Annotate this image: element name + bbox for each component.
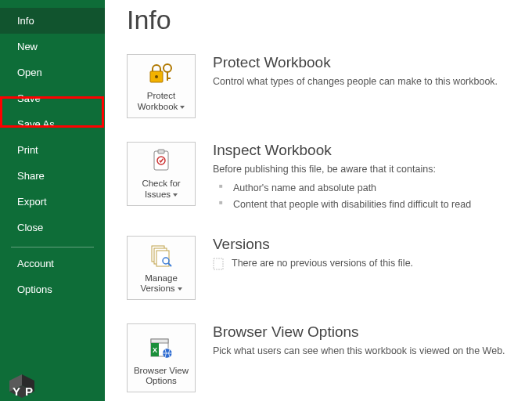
document-stack-magnify-icon bbox=[149, 242, 174, 270]
manage-versions-button[interactable]: Manage Versions bbox=[127, 236, 196, 300]
svg-text:Y: Y bbox=[13, 385, 20, 398]
sidebar-item-open[interactable]: Open bbox=[0, 60, 105, 85]
sidebar-item-label: Save As bbox=[17, 118, 55, 130]
browser-view-options-button[interactable]: X Browser View Options bbox=[127, 323, 196, 392]
section-title: Protect Workbook bbox=[213, 54, 513, 71]
sidebar-item-save[interactable]: Save bbox=[0, 85, 105, 111]
document-dashed-icon bbox=[213, 258, 224, 270]
section-description: Before publishing this file, be aware th… bbox=[213, 162, 513, 177]
svg-rect-4 bbox=[167, 78, 171, 79]
list-item: Content that people with disabilities fi… bbox=[213, 197, 513, 213]
sidebar-item-options[interactable]: Options bbox=[0, 276, 105, 302]
watermark-logo: Y P bbox=[2, 368, 45, 399]
section-inspect-workbook: Check for Issues Inspect Workbook Before… bbox=[127, 142, 513, 212]
backstage-sidebar: Info New Open Save Save As Print Share E… bbox=[0, 0, 105, 401]
sidebar-item-label: Open bbox=[17, 67, 42, 78]
section-browser-view: X Browser View Options Browser View Opti… bbox=[127, 323, 513, 392]
section-protect-workbook: Protect Workbook Protect Workbook Contro… bbox=[127, 54, 513, 118]
sidebar-item-label: Export bbox=[17, 196, 47, 208]
sidebar-item-info[interactable]: Info bbox=[0, 8, 105, 34]
spreadsheet-globe-icon: X bbox=[149, 334, 174, 363]
svg-rect-15 bbox=[151, 339, 168, 343]
button-label: Protect Workbook bbox=[131, 91, 192, 113]
info-page: Info Protect Workbook Protect Workbook C… bbox=[105, 0, 532, 392]
sidebar-item-label: New bbox=[17, 41, 38, 52]
svg-rect-6 bbox=[158, 150, 164, 154]
sidebar-item-print[interactable]: Print bbox=[0, 137, 105, 163]
sidebar-item-share[interactable]: Share bbox=[0, 163, 105, 189]
chevron-down-icon bbox=[180, 106, 185, 109]
document-check-icon bbox=[149, 147, 173, 175]
lock-key-icon bbox=[148, 60, 174, 88]
sidebar-item-label: Info bbox=[17, 15, 34, 27]
sidebar-item-label: Print bbox=[17, 144, 38, 156]
list-item: Author's name and absolute path bbox=[213, 180, 513, 197]
chevron-down-icon bbox=[173, 193, 178, 197]
sidebar-item-account[interactable]: Account bbox=[0, 251, 105, 276]
section-versions: Manage Versions Versions There are no pr… bbox=[127, 236, 513, 300]
section-title: Inspect Workbook bbox=[213, 142, 513, 159]
svg-rect-13 bbox=[214, 258, 223, 269]
chevron-down-icon bbox=[178, 287, 182, 291]
issues-list: Author's name and absolute path Content … bbox=[213, 180, 513, 213]
sidebar-item-save-as[interactable]: Save As bbox=[0, 111, 105, 137]
button-label: Manage Versions bbox=[131, 273, 192, 295]
svg-point-1 bbox=[155, 75, 158, 78]
section-description: Pick what users can see when this workbo… bbox=[213, 344, 513, 359]
section-description: Control what types of changes people can… bbox=[213, 74, 513, 89]
sidebar-item-new[interactable]: New bbox=[0, 34, 105, 60]
sidebar-item-label: Account bbox=[17, 258, 54, 269]
sidebar-separator bbox=[11, 247, 94, 247]
svg-text:X: X bbox=[153, 346, 157, 354]
protect-workbook-button[interactable]: Protect Workbook bbox=[127, 54, 196, 118]
section-description: There are no previous versions of this f… bbox=[232, 256, 413, 271]
button-label: Check for Issues bbox=[131, 179, 192, 200]
section-title: Versions bbox=[213, 236, 513, 253]
svg-text:P: P bbox=[25, 385, 33, 398]
sidebar-item-label: Save bbox=[17, 92, 41, 104]
section-title: Browser View Options bbox=[213, 323, 513, 341]
svg-point-2 bbox=[164, 64, 171, 72]
sidebar-item-export[interactable]: Export bbox=[0, 189, 105, 215]
sidebar-item-label: Share bbox=[17, 170, 45, 182]
button-label: Browser View Options bbox=[131, 366, 192, 388]
sidebar-item-close[interactable]: Close bbox=[0, 215, 105, 240]
check-for-issues-button[interactable]: Check for Issues bbox=[127, 142, 196, 206]
page-title: Info bbox=[127, 5, 513, 35]
sidebar-item-label: Options bbox=[17, 284, 52, 295]
svg-rect-3 bbox=[167, 71, 168, 81]
sidebar-item-label: Close bbox=[17, 222, 43, 233]
